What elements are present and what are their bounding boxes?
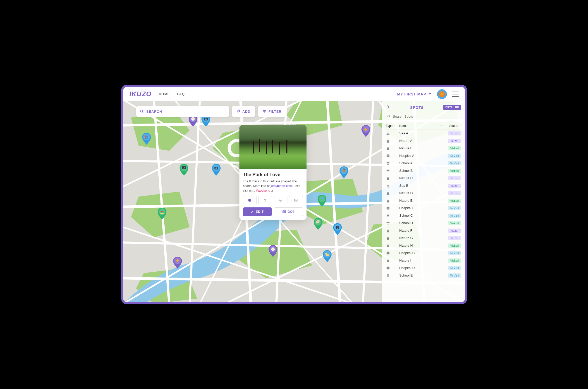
table-row[interactable]: Sea B Ikuzo! [386, 182, 461, 189]
map-search[interactable] [136, 106, 229, 117]
map-selector[interactable]: MY FIRST MAP [397, 92, 432, 96]
popup-hashtag[interactable]: #weekend [256, 189, 270, 192]
map-pin[interactable] [172, 256, 183, 269]
avatar[interactable] [437, 89, 447, 99]
row-type-icon [386, 161, 399, 165]
table-row[interactable]: Hospital C To Visit [386, 249, 461, 257]
row-type-icon [386, 236, 399, 240]
table-row[interactable]: School E To Visit [386, 272, 461, 279]
row-status: Ikuzo! [442, 139, 461, 143]
map-pin[interactable]: √x [179, 163, 189, 176]
sidebar-title: SPOTS [393, 106, 441, 110]
nav-home[interactable]: HOME [159, 92, 170, 96]
image-icon[interactable] [289, 196, 303, 204]
edit-button[interactable]: EDIT [243, 207, 272, 216]
header-name[interactable]: Name⌃ [399, 124, 442, 128]
svg-point-24 [160, 213, 164, 214]
svg-rect-66 [294, 199, 297, 201]
row-type-icon [386, 146, 399, 150]
pin-icon [236, 109, 240, 114]
table-row[interactable]: Nature I Visited [386, 257, 461, 264]
table-row[interactable]: School C To Visit [386, 212, 461, 219]
map-pin[interactable] [317, 194, 327, 207]
add-button[interactable]: ADD [232, 106, 255, 117]
table-row[interactable]: Hospital B To Visit [386, 204, 461, 212]
svg-text:√x: √x [336, 226, 339, 228]
sidebar-search-input[interactable] [393, 115, 460, 118]
map-pin[interactable] [322, 250, 332, 263]
search-icon [140, 109, 144, 114]
popup-link[interactable]: jordymeow.com [270, 184, 292, 188]
table-row[interactable]: School A To Visit [386, 159, 461, 167]
map-pin[interactable]: √x [332, 223, 343, 236]
row-type-icon [386, 139, 399, 143]
row-status: Visited [442, 146, 461, 150]
map-pin[interactable] [211, 163, 221, 176]
category-dot-icon[interactable] [243, 196, 257, 204]
svg-line-41 [323, 200, 323, 201]
map-pin[interactable] [339, 166, 349, 179]
go-button[interactable]: GO! [274, 207, 303, 216]
table-row[interactable]: Nature B Visited [386, 144, 461, 152]
table-row[interactable]: Sea A Ikuzo! [386, 129, 461, 137]
row-status: Visited [442, 244, 461, 248]
table-row[interactable]: Nature A Ikuzo! [386, 137, 461, 144]
svg-rect-81 [387, 268, 389, 268]
svg-point-57 [238, 110, 239, 111]
map-pin[interactable] [157, 207, 167, 220]
row-status: Ikuzo! [442, 236, 461, 240]
table-row[interactable]: Nature E Visited [386, 197, 461, 204]
table-row[interactable]: Nature G Ikuzo! [386, 234, 461, 242]
pencil-icon [251, 210, 254, 214]
map-pin[interactable] [268, 245, 278, 257]
row-name: Nature A [399, 139, 442, 143]
table-row[interactable]: School D Visited [386, 219, 461, 227]
table-row[interactable]: Nature F Ikuzo! [386, 227, 461, 234]
table-row[interactable]: Hospital D To Visit [386, 264, 461, 272]
svg-rect-75 [387, 208, 389, 208]
collapse-sidebar-icon[interactable] [386, 104, 391, 110]
table-row[interactable]: Nature H Visited [386, 242, 461, 249]
svg-point-36 [318, 221, 318, 222]
row-status: Visited [442, 221, 461, 225]
row-status: Visited [442, 258, 461, 263]
svg-point-61 [248, 199, 251, 202]
row-status: To Visit [442, 214, 461, 218]
row-status: Ikuzo! [442, 184, 461, 188]
header-status[interactable]: Status⌃ [442, 124, 461, 128]
umbrella-icon[interactable] [258, 196, 272, 204]
flower-icon[interactable] [274, 196, 288, 204]
nav-faq[interactable]: FAQ [177, 92, 185, 96]
table-row[interactable]: Nature C Ikuzo! [386, 174, 461, 182]
svg-point-54 [326, 253, 326, 254]
row-status: To Visit [442, 154, 461, 158]
map-pin[interactable] [361, 125, 371, 137]
header-type[interactable]: Type⌃ [386, 124, 399, 128]
row-name: Hospital A [399, 154, 442, 158]
map-pin[interactable] [313, 217, 323, 230]
table-row[interactable]: Hospital A To Visit [386, 152, 461, 159]
detailed-button[interactable]: DETAILED [443, 105, 461, 110]
row-type-icon [386, 258, 399, 263]
svg-point-68 [388, 115, 390, 117]
row-status: Visited [442, 169, 461, 173]
logo[interactable]: IKUZO [130, 90, 152, 98]
menu-icon[interactable] [452, 92, 459, 97]
svg-text:√x: √x [183, 167, 185, 169]
row-name: School B [399, 169, 442, 173]
map-icon [282, 210, 286, 214]
filter-button[interactable]: FILTER [258, 106, 286, 117]
row-status: Ikuzo! [442, 191, 461, 195]
map-search-input[interactable] [147, 110, 225, 114]
row-type-icon [386, 229, 399, 233]
svg-point-35 [317, 221, 317, 222]
map-pin[interactable] [141, 132, 152, 145]
row-name: School C [399, 214, 442, 217]
svg-point-63 [279, 200, 280, 201]
table-row[interactable]: School B Visited [386, 167, 461, 174]
row-type-icon [386, 251, 399, 255]
row-name: Nature I [399, 258, 442, 262]
sidebar-search[interactable] [386, 113, 461, 120]
table-row[interactable]: Nature D Ikuzo! [386, 189, 461, 197]
svg-point-64 [281, 200, 282, 201]
